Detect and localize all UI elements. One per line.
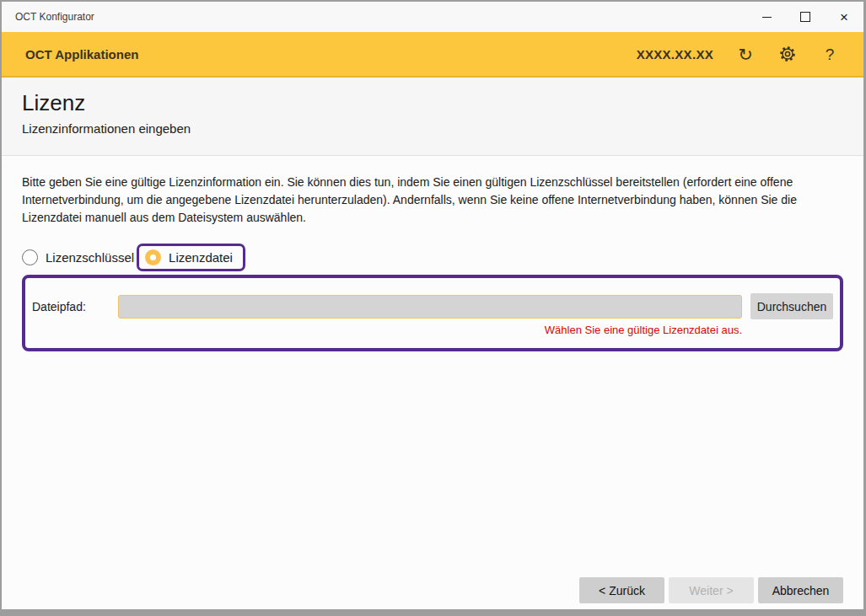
page-title: Lizenz — [22, 91, 843, 116]
highlight-box-lizenzdatei: Lizenzdatei — [137, 244, 245, 271]
app-header: OCT Applikationen XXXX.XX.XX ↻ ? — [2, 32, 863, 78]
minimize-icon — [762, 17, 772, 18]
license-type-options: Lizenzschlüssel Lizenzdatei — [22, 243, 843, 271]
help-icon: ? — [826, 46, 835, 62]
maximize-button[interactable] — [786, 2, 825, 32]
gear-icon — [778, 45, 797, 63]
settings-button[interactable] — [777, 44, 798, 64]
radio-lizenzdatei-label: Lizenzdatei — [169, 250, 233, 265]
page-header: Lizenz Lizenzinformationen eingeben — [2, 78, 863, 156]
app-title: OCT Applikationen — [25, 47, 637, 62]
maximize-icon — [800, 12, 810, 22]
file-path-row: Dateipfad: Durchsuchen — [31, 293, 833, 319]
wizard-footer: < Zurück Weiter > Abbrechen — [579, 577, 843, 603]
main-content: Bitte geben Sie eine gültige Lizenzinfor… — [2, 156, 863, 609]
minimize-button[interactable] — [747, 2, 786, 32]
window-controls: × — [747, 2, 863, 32]
radio-lizenzschluessel[interactable]: Lizenzschlüssel — [22, 249, 134, 265]
version-label: XXXX.XX.XX — [637, 47, 713, 62]
cancel-button[interactable]: Abbrechen — [758, 577, 843, 603]
title-bar: OCT Konfigurator × — [2, 2, 863, 32]
radio-checked-icon — [145, 249, 161, 265]
radio-lizenzschluessel-label: Lizenzschlüssel — [46, 250, 134, 265]
window-title: OCT Konfigurator — [2, 11, 747, 23]
intro-text: Bitte geben Sie eine gültige Lizenzinfor… — [22, 174, 843, 227]
refresh-icon: ↻ — [738, 46, 753, 63]
radio-lizenzdatei[interactable]: Lizenzdatei — [145, 249, 233, 265]
app-window: OCT Konfigurator × OCT Applikationen XXX… — [2, 2, 863, 609]
next-button[interactable]: Weiter > — [669, 577, 754, 603]
page-subtitle: Lizenzinformationen eingeben — [22, 121, 843, 136]
refresh-button[interactable]: ↻ — [735, 44, 756, 64]
header-actions: XXXX.XX.XX ↻ ? — [637, 44, 840, 64]
back-button[interactable]: < Zurück — [579, 577, 664, 603]
file-path-input[interactable] — [118, 295, 742, 319]
browse-button[interactable]: Durchsuchen — [750, 293, 833, 319]
close-icon: × — [840, 10, 848, 24]
file-path-label: Dateipfad: — [31, 300, 118, 313]
validation-message: Wählen Sie eine gültige Lizenzdatei aus. — [31, 324, 742, 336]
close-button[interactable]: × — [825, 2, 863, 32]
help-button[interactable]: ? — [820, 44, 840, 64]
radio-unchecked-icon — [22, 249, 38, 265]
file-path-panel: Dateipfad: Durchsuchen Wählen Sie eine g… — [22, 275, 843, 351]
